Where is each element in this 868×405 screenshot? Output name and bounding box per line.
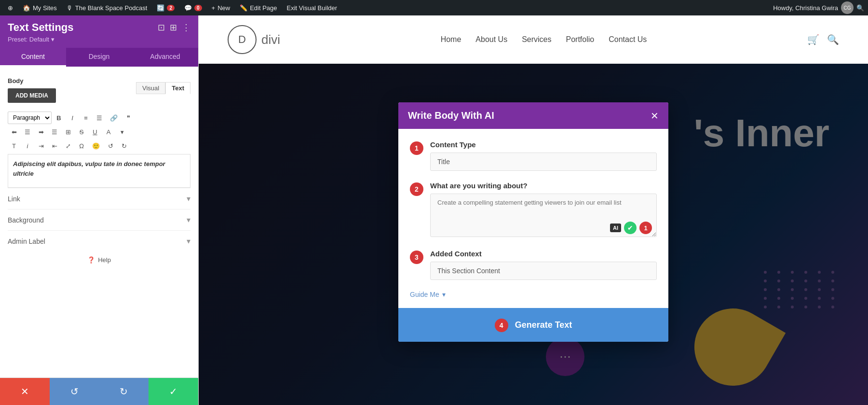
step-3-content: Added Context This Section Content Entir… bbox=[430, 250, 657, 280]
align-left-button[interactable]: ⬅ bbox=[8, 126, 20, 138]
blockquote-button[interactable]: ❞ bbox=[122, 112, 135, 124]
link-button[interactable]: 🔗 bbox=[107, 112, 121, 124]
text-settings-panel: Text Settings ⊡ ⊞ ⋮ Preset: Default ▾ Co… bbox=[0, 15, 199, 405]
cancel-button[interactable]: ✕ bbox=[0, 378, 50, 405]
search-admin-icon[interactable]: 🔍 bbox=[856, 4, 864, 12]
underline-button[interactable]: U bbox=[89, 126, 101, 138]
wp-logo-button[interactable]: ⊕ bbox=[4, 0, 17, 15]
italic-button[interactable]: I bbox=[66, 112, 79, 124]
step-3-badge: 3 bbox=[410, 251, 423, 264]
main-layout: Text Settings ⊡ ⊞ ⋮ Preset: Default ▾ Co… bbox=[0, 15, 868, 405]
close-icon: ✕ bbox=[651, 111, 659, 121]
background-section[interactable]: Background ▾ bbox=[8, 209, 190, 230]
edit-page-label: Edit Page bbox=[250, 4, 277, 12]
emoji-button[interactable]: 🙂 bbox=[89, 140, 103, 152]
ai-assist-badge[interactable]: AI bbox=[610, 223, 621, 232]
bold-button[interactable]: B bbox=[53, 112, 65, 124]
updates-button[interactable]: 🔄 2 bbox=[153, 0, 178, 15]
panel-header-icons: ⊡ ⊞ ⋮ bbox=[158, 22, 190, 33]
align-center-button[interactable]: ☰ bbox=[21, 126, 34, 138]
align-right-button[interactable]: ➡ bbox=[35, 126, 47, 138]
nav-about[interactable]: About Us bbox=[475, 35, 507, 44]
italic2-button[interactable]: i bbox=[21, 140, 34, 152]
redo-editor-button[interactable]: ↻ bbox=[118, 140, 130, 152]
nav-home[interactable]: Home bbox=[441, 35, 461, 44]
guide-me-chevron-icon: ▾ bbox=[442, 291, 446, 298]
link-section[interactable]: Link ▾ bbox=[8, 188, 190, 209]
columns-icon[interactable]: ⊞ bbox=[170, 22, 177, 33]
exit-builder-button[interactable]: Exit Visual Builder bbox=[283, 0, 341, 15]
exit-builder-label: Exit Visual Builder bbox=[287, 4, 338, 12]
save-icon: ✓ bbox=[169, 386, 177, 397]
my-sites-button[interactable]: 🏠 My Sites bbox=[19, 0, 61, 15]
tab-design[interactable]: Design bbox=[66, 48, 132, 67]
text-tab[interactable]: Text bbox=[165, 82, 190, 94]
comments-button[interactable]: 💬 0 bbox=[180, 0, 206, 15]
ordered-list-button[interactable]: ☰ bbox=[93, 112, 106, 124]
outdent-button[interactable]: ⇤ bbox=[48, 140, 61, 152]
more-options-icon[interactable]: ⋮ bbox=[182, 22, 190, 33]
panel-title: Text Settings bbox=[8, 21, 74, 34]
comments-count: 0 bbox=[194, 5, 202, 11]
toolbar-row-2: ⬅ ☰ ➡ ☰ ⊞ S U A ▾ bbox=[8, 126, 190, 138]
editor-body-text: Adipiscing elit dapibus, vulpu tate in d… bbox=[13, 159, 185, 178]
website-preview: D divi Home About Us Services Portfolio … bbox=[199, 15, 868, 405]
context-select[interactable]: This Section Content Entire Page Content… bbox=[430, 262, 657, 280]
strikethrough-button[interactable]: S bbox=[75, 126, 88, 138]
comment-icon: 💬 bbox=[184, 4, 192, 12]
admin-label-section[interactable]: Admin Label ▾ bbox=[8, 230, 190, 251]
search-site-icon[interactable]: 🔍 bbox=[827, 34, 839, 45]
site-logo[interactable]: D divi bbox=[228, 25, 280, 54]
podcast-button[interactable]: 🎙 The Blank Space Podcast bbox=[63, 0, 151, 15]
cart-icon[interactable]: 🛒 bbox=[807, 34, 819, 45]
toolbar-row-3: T i ⇥ ⇤ ⤢ Ω 🙂 ↺ ↻ bbox=[8, 140, 190, 152]
nav-contact[interactable]: Contact Us bbox=[609, 35, 647, 44]
redo-button[interactable]: ↻ bbox=[99, 378, 149, 405]
paste-text-button[interactable]: T bbox=[8, 140, 20, 152]
generate-text-button[interactable]: 4 Generate Text bbox=[398, 308, 668, 342]
content-type-select[interactable]: Title Paragraph List Tagline bbox=[430, 153, 657, 171]
add-media-button[interactable]: ADD MEDIA bbox=[8, 88, 56, 103]
panel-header: Text Settings ⊡ ⊞ ⋮ Preset: Default ▾ bbox=[0, 15, 198, 48]
save-button[interactable]: ✓ bbox=[149, 378, 198, 405]
modal-close-button[interactable]: ✕ bbox=[651, 111, 659, 121]
background-label: Background bbox=[8, 216, 44, 224]
fullscreen-icon[interactable]: ⊡ bbox=[158, 22, 165, 33]
paragraph-select[interactable]: Paragraph Heading 1 Heading 2 bbox=[8, 112, 52, 124]
step-2: 2 What are you writing about? AI ✔ 1 bbox=[410, 182, 657, 239]
undo-button[interactable]: ↺ bbox=[50, 378, 99, 405]
link-label: Link bbox=[8, 195, 20, 203]
help-label: Help bbox=[98, 256, 111, 264]
nav-services[interactable]: Services bbox=[522, 35, 551, 44]
hero-section: 's Inner ⋯ Write Body With AI ✕ bbox=[199, 64, 868, 405]
special-char-button[interactable]: Ω bbox=[75, 140, 88, 152]
nav-portfolio[interactable]: Portfolio bbox=[566, 35, 595, 44]
toolbar-row-1: Paragraph Heading 1 Heading 2 B I ≡ ☰ 🔗 … bbox=[8, 112, 190, 124]
undo-editor-button[interactable]: ↺ bbox=[104, 140, 117, 152]
new-content-button[interactable]: + New bbox=[208, 0, 234, 15]
indent-button[interactable]: ⇥ bbox=[35, 140, 47, 152]
fullscreen-editor-button[interactable]: ⤢ bbox=[62, 140, 74, 152]
accept-icon[interactable]: ✔ bbox=[624, 222, 637, 234]
wp-admin-bar: ⊕ 🏠 My Sites 🎙 The Blank Space Podcast 🔄… bbox=[0, 0, 868, 15]
editor-content[interactable]: Adipiscing elit dapibus, vulpu tate in d… bbox=[8, 154, 190, 188]
align-justify-button[interactable]: ☰ bbox=[48, 126, 61, 138]
content-type-label: Content Type bbox=[430, 140, 657, 149]
step-4-badge: 4 bbox=[495, 319, 508, 332]
help-row[interactable]: ❓ Help bbox=[8, 251, 190, 268]
guide-me-button[interactable]: Guide Me ▾ bbox=[410, 291, 446, 298]
writing-about-label: What are you writing about? bbox=[430, 182, 657, 190]
edit-page-button[interactable]: ✏️ Edit Page bbox=[236, 0, 281, 15]
step-2-badge: 2 bbox=[410, 182, 423, 196]
modal-header: Write Body With AI ✕ bbox=[398, 102, 668, 129]
updates-count: 2 bbox=[167, 5, 175, 11]
tab-content[interactable]: Content bbox=[0, 48, 66, 67]
unordered-list-button[interactable]: ≡ bbox=[80, 112, 92, 124]
more-formats-button[interactable]: ▾ bbox=[116, 126, 128, 138]
visual-tab[interactable]: Visual bbox=[136, 82, 165, 94]
text-color-button[interactable]: A bbox=[102, 126, 115, 138]
site-header: D divi Home About Us Services Portfolio … bbox=[199, 15, 868, 64]
panel-preset[interactable]: Preset: Default ▾ bbox=[8, 36, 190, 43]
tab-advanced[interactable]: Advanced bbox=[132, 48, 198, 67]
table-button[interactable]: ⊞ bbox=[62, 126, 74, 138]
